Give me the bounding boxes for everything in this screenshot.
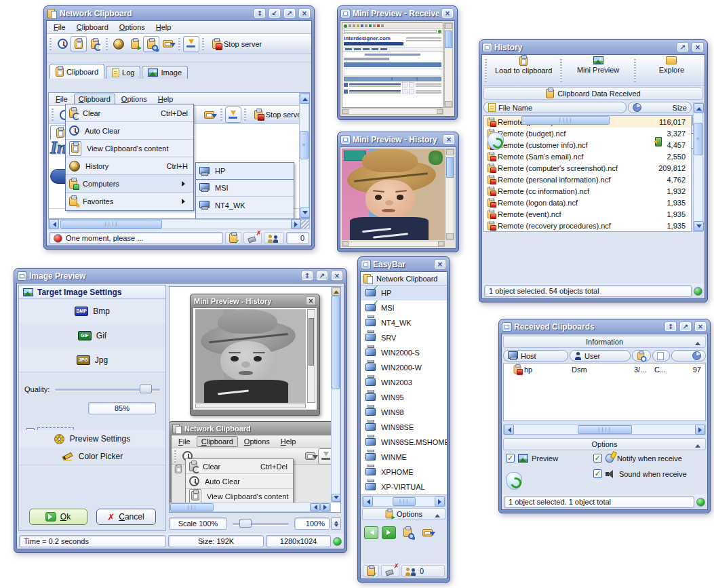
scroll-right-button[interactable] <box>438 241 444 246</box>
menu-item-auto-clear[interactable]: Auto Clear <box>66 122 193 140</box>
cancel-button[interactable]: ✗ Cancel <box>96 509 156 525</box>
titlebar[interactable]: History ↗ × <box>481 40 705 54</box>
sound-option[interactable]: ✓ Sound when receive <box>593 469 705 478</box>
scroll-right-button[interactable] <box>291 219 301 229</box>
receive-button[interactable] <box>419 524 435 541</box>
toolbar-grip[interactable] <box>220 109 222 121</box>
mini-preview-button[interactable]: Mini Preview <box>565 56 631 85</box>
column-content[interactable] <box>652 350 670 361</box>
toolbar-grip[interactable] <box>485 59 487 82</box>
column-host[interactable]: Host <box>503 350 568 361</box>
spinner-buttons[interactable] <box>331 517 341 530</box>
scroll-left-button[interactable] <box>363 496 373 507</box>
vscroll-thumb[interactable] <box>446 157 454 178</box>
toolbar-grip[interactable] <box>634 59 636 82</box>
clipboard-status-cell[interactable] <box>225 232 241 244</box>
maximize-button[interactable]: ↗ <box>679 321 692 332</box>
hscroll-thumb[interactable]: |||| <box>578 425 632 434</box>
computer-item-win2000w[interactable]: WIN2000-W <box>361 360 447 375</box>
menu-item-favorites[interactable]: Favorites <box>66 193 193 210</box>
clipboard-status-cell[interactable] <box>363 565 379 577</box>
scroll-left-button[interactable] <box>342 241 349 246</box>
close-button[interactable]: × <box>692 42 704 52</box>
titlebar[interactable]: Mini Preview - History × <box>340 132 456 146</box>
close-button[interactable]: × <box>441 8 454 18</box>
menu-item-view-content[interactable]: View Clipboard's content <box>66 140 193 157</box>
resize-grip[interactable] <box>301 220 309 229</box>
sound-checkbox[interactable]: ✓ <box>593 469 602 478</box>
scroll-right-button[interactable] <box>437 109 443 114</box>
scale-value[interactable]: 100% <box>294 517 330 530</box>
inner-download-button[interactable] <box>225 106 241 123</box>
file-row[interactable]: Remote (Sam's email).ncf2,550 <box>484 151 691 162</box>
vscroll-thumb[interactable] <box>445 31 452 48</box>
scroll-left-button[interactable] <box>49 219 59 229</box>
receive-button[interactable] <box>159 36 176 52</box>
file-row[interactable]: Remote (recovery procedures).ncf1,935 <box>484 220 691 231</box>
options-header[interactable]: Options <box>503 438 706 450</box>
users-status-cell[interactable]: 0 <box>401 565 445 577</box>
ok-button[interactable]: Ok <box>29 509 87 525</box>
titlebar[interactable]: Received Clipboards ↕ ↗ × <box>501 319 708 334</box>
inner-menu-file[interactable]: File <box>51 94 73 104</box>
submenu-item-hp[interactable]: HP <box>195 162 294 180</box>
toolbar-grip[interactable] <box>560 59 562 82</box>
hscroll-thumb[interactable]: |||| <box>521 116 610 125</box>
rollup-button[interactable]: ↕ <box>301 271 313 281</box>
vscroll-thumb[interactable]: ≡ <box>694 123 702 155</box>
file-row[interactable]: Remote (logon data).ncf1,935 <box>484 197 691 208</box>
file-row[interactable]: Remote (cc information).ncf1,932 <box>484 185 691 197</box>
scroll-up-button[interactable] <box>445 23 452 29</box>
menu-clipboard[interactable]: Clipboard <box>72 22 113 33</box>
close-button[interactable]: × <box>331 271 343 281</box>
submenu-item-msi[interactable]: MSI <box>196 179 294 197</box>
column-user[interactable]: User <box>570 350 631 361</box>
hscroll-thumb[interactable]: |||| <box>60 220 162 229</box>
minimize-button[interactable]: ↙ <box>269 8 281 18</box>
menu-item-computers[interactable]: Computers <box>66 175 193 193</box>
computer-item-win95[interactable]: WIN95 <box>361 390 447 405</box>
close-button[interactable]: × <box>434 259 446 269</box>
scroll-right-button[interactable] <box>320 503 330 511</box>
maximize-button[interactable]: ↗ <box>316 271 328 281</box>
scroll-down-button[interactable] <box>446 233 454 239</box>
history-button[interactable] <box>111 36 127 52</box>
titlebar[interactable]: Network Clipboard ↕ ↙ ↗ × <box>46 6 312 20</box>
tab-image[interactable]: Image <box>142 66 188 79</box>
received-row[interactable]: hp Dsm 3/... C... 97 <box>504 364 705 376</box>
scroll-left-button[interactable] <box>310 503 320 511</box>
titlebar[interactable]: EasyBar × <box>360 257 448 271</box>
auto-clear-button[interactable] <box>54 36 71 52</box>
file-row[interactable]: Remote (computer's screenshot).ncf209,81… <box>484 162 691 174</box>
load-to-clipboard-button[interactable]: Load to clipboard <box>490 56 557 85</box>
titlebar[interactable]: Mini Preview - Received × <box>340 6 455 20</box>
notify-option[interactable]: ✓ Notify when receive <box>593 454 705 463</box>
close-button[interactable]: × <box>298 8 311 18</box>
submenu-item-nt4wk[interactable]: NT4_WK <box>196 197 294 214</box>
recycle-icon[interactable] <box>488 132 504 150</box>
computer-item-srv[interactable]: SRV <box>361 330 447 345</box>
computer-item-nt4wk[interactable]: NT4_WK <box>361 315 447 330</box>
nav-back-button[interactable] <box>364 526 378 539</box>
menu-help[interactable]: Help <box>151 22 176 33</box>
preview-checkbox[interactable]: ✓ <box>506 454 515 463</box>
computer-item-win2000s[interactable]: WIN2000-S <box>361 345 447 360</box>
scroll-left-button[interactable] <box>504 425 514 435</box>
close-button[interactable]: × <box>694 321 707 332</box>
scale-slider[interactable] <box>233 519 289 528</box>
hscroll-thumb[interactable]: ||| <box>393 497 416 506</box>
column-size[interactable] <box>671 350 706 361</box>
connection-status-cell[interactable] <box>381 565 399 577</box>
nav-forward-button[interactable] <box>382 526 396 539</box>
toolbar-grip[interactable] <box>244 109 246 121</box>
explore-button[interactable]: Explore <box>639 56 705 85</box>
column-file-name[interactable]: File Name <box>483 102 627 113</box>
clear-clipboard-button[interactable] <box>87 36 103 52</box>
vscroll-thumb[interactable] <box>332 296 340 389</box>
computer-item-win98se-mshome[interactable]: WIN98SE.MSHOME <box>361 435 447 450</box>
scroll-up-button[interactable] <box>446 149 454 155</box>
inner-menu-clipboard[interactable]: Clipboard <box>74 94 115 104</box>
tab-clipboard[interactable]: Clipboard <box>49 64 104 79</box>
download-button[interactable] <box>183 36 199 52</box>
quality-slider[interactable] <box>55 385 160 394</box>
